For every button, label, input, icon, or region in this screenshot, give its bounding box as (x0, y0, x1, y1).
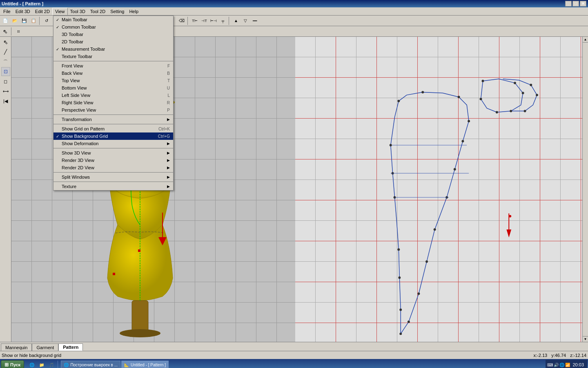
taskbar-folder-icon[interactable]: 📁 (37, 360, 46, 368)
menu-edit2d[interactable]: Edit 2D (33, 8, 52, 15)
svg-point-20 (399, 309, 402, 311)
sidebar-btn-4[interactable]: ⊡ (1, 67, 10, 76)
svg-point-17 (390, 144, 392, 146)
menu-item-2d-toolbar[interactable]: 2D Toolbar (53, 38, 173, 45)
sidebar-btn-5[interactable]: ◻ (1, 77, 10, 86)
start-button[interactable]: ⊞ Пуск (1, 360, 24, 368)
menu-item-front-view[interactable]: Front View F (53, 62, 173, 70)
separator-6 (53, 182, 173, 182)
svg-point-11 (397, 100, 400, 102)
taskbar-app-pattern[interactable]: 📐 Untitled - [ Pattern ] (121, 361, 169, 368)
svg-marker-9 (158, 237, 167, 245)
scroll-down-button[interactable]: ▼ (583, 336, 588, 342)
separator-2 (53, 114, 173, 115)
menu-item-back-view[interactable]: Back View B (53, 70, 173, 77)
main-area: ⇖ ╱ ⌒ ⊡ ◻ ⟷ |◀ (0, 37, 588, 342)
scroll-up-button[interactable]: ▲ (583, 37, 588, 43)
menu-item-left-side-view[interactable]: Left Side View L (53, 92, 173, 99)
title-bar-controls: _ □ ✕ (565, 1, 586, 7)
menu-tool3d[interactable]: Tool 3D (68, 8, 88, 15)
taskbar-media-icon[interactable]: 🎵 (47, 360, 56, 368)
menu-file[interactable]: File (1, 8, 13, 15)
taskbar-ie-icon[interactable]: 🌐 (27, 360, 36, 368)
2d-view-panel[interactable] (295, 37, 582, 342)
eraser-button[interactable]: ⌫ (177, 16, 186, 25)
coord-z: z:-12.14 (570, 353, 586, 358)
menu-item-render-2d-view[interactable]: Render 2D View ▶ (53, 164, 173, 171)
taskbar-app-browser[interactable]: 🌐 Построение выкроек в ... (61, 361, 120, 368)
ruler-button[interactable]: ━━ (250, 16, 259, 25)
menu-item-show-grid-on-pattern[interactable]: Show Grid on Pattern Ctrl+K (53, 125, 173, 132)
menu-setting[interactable]: Setting (108, 8, 127, 15)
menu-item-texture[interactable]: Texture ▶ (53, 183, 173, 190)
coord-x: x:-2.13 (534, 353, 548, 358)
menu-item-bottom-view[interactable]: Bottom View U (53, 84, 173, 92)
tab-garment[interactable]: Garment (32, 343, 58, 351)
svg-marker-36 (506, 229, 511, 238)
submenu-arrow-render2d: ▶ (167, 166, 170, 170)
sidebar-btn-1[interactable]: ⇖ (1, 38, 10, 47)
tri-down-button[interactable]: ▽ (241, 16, 250, 25)
status-message: Show or hide background grid (2, 353, 61, 358)
sidebar-btn-6[interactable]: ⟷ (1, 87, 10, 96)
2d-tool1[interactable]: ⇖ (1, 27, 10, 36)
scroll-track[interactable] (583, 43, 588, 336)
svg-point-39 (417, 292, 420, 295)
sidebar-btn-3[interactable]: ⌒ (1, 57, 10, 66)
submenu-arrow-3d: ▶ (167, 151, 170, 155)
tab-pattern[interactable]: Pattern (58, 343, 83, 351)
measure2-button[interactable]: ⊣T (200, 16, 209, 25)
close-button[interactable]: ✕ (580, 1, 586, 7)
toolbar-separator-4 (229, 17, 230, 25)
tray-icon-3[interactable]: 🌐 (559, 363, 564, 367)
svg-point-34 (524, 110, 526, 112)
measure3-button[interactable]: ⊢⊣ (209, 16, 218, 25)
menu-item-main-toolbar[interactable]: ✓ Main Toolbar (53, 16, 173, 23)
menu-item-show-background-grid[interactable]: ✓ Show Background Grid Ctrl+G (53, 132, 173, 140)
menu-view[interactable]: View (52, 8, 68, 15)
menu-item-show-deformation[interactable]: Show Deformation ▶ (53, 140, 173, 147)
arrow-indicator (156, 213, 169, 245)
minimize-button[interactable]: _ (565, 1, 572, 7)
system-tray: ⌨ 🔊 🌐 📶 20:03 (546, 360, 587, 368)
new-button[interactable]: 📄 (1, 16, 10, 25)
menu-item-texture-toolbar[interactable]: Texture Toolbar (53, 53, 173, 60)
svg-point-21 (408, 321, 410, 323)
submenu-arrow-split: ▶ (167, 175, 170, 179)
measure4-button[interactable]: ╤ (218, 16, 227, 25)
separator-4 (53, 148, 173, 148)
menu-item-measurement-toolbar[interactable]: ✓ Measurement Toolbar (53, 45, 173, 53)
menu-tool2d[interactable]: Tool 2D (88, 8, 108, 15)
tri-up-button[interactable]: ▲ (232, 16, 241, 25)
menu-item-render-3d-view[interactable]: Render 3D View ▶ (53, 157, 173, 164)
pattern-pieces (295, 37, 582, 342)
svg-point-22 (425, 260, 428, 263)
tray-icon-2[interactable]: 🔊 (554, 363, 559, 367)
maximize-button[interactable]: □ (572, 1, 579, 7)
menu-help[interactable]: Help (127, 8, 141, 15)
sidebar-btn-7[interactable]: |◀ (1, 96, 10, 105)
rotate-left-button[interactable]: ↺ (42, 16, 51, 25)
menu-item-top-view[interactable]: Top View T (53, 77, 173, 84)
save-button[interactable]: 💾 (20, 16, 29, 25)
save-as-button[interactable]: 📋 (29, 16, 38, 25)
menu-item-split-windows[interactable]: Split Windows ▶ (53, 173, 173, 181)
menu-item-3d-toolbar[interactable]: 3D Toolbar (53, 31, 173, 38)
svg-point-26 (482, 80, 484, 82)
tab-mannequin[interactable]: Mannequin (1, 343, 32, 351)
menu-edit3d[interactable]: Edit 3D (13, 8, 33, 15)
menu-item-common-toolbar[interactable]: ✓ Common Toolbar (53, 23, 173, 31)
right-scrollbar[interactable]: ▲ ▼ (582, 37, 588, 342)
menu-item-show-3d-view[interactable]: Show 3D View ▶ (53, 149, 173, 157)
measure1-button[interactable]: T⊢ (190, 16, 199, 25)
menu-item-transformation[interactable]: Transformation ▶ (53, 116, 173, 123)
2d-tool2[interactable]: ⌗ (14, 27, 23, 36)
windows-logo-icon: ⊞ (4, 362, 9, 368)
sidebar-btn-2[interactable]: ╱ (1, 47, 10, 56)
menu-item-right-side-view[interactable]: Right Side View R (53, 99, 173, 106)
tray-icon-1[interactable]: ⌨ (547, 363, 553, 367)
tray-icon-4[interactable]: 📶 (565, 363, 570, 367)
open-button[interactable]: 📂 (10, 16, 19, 25)
svg-point-14 (468, 120, 470, 122)
menu-item-perspective-view[interactable]: Perspective View P (53, 106, 173, 114)
